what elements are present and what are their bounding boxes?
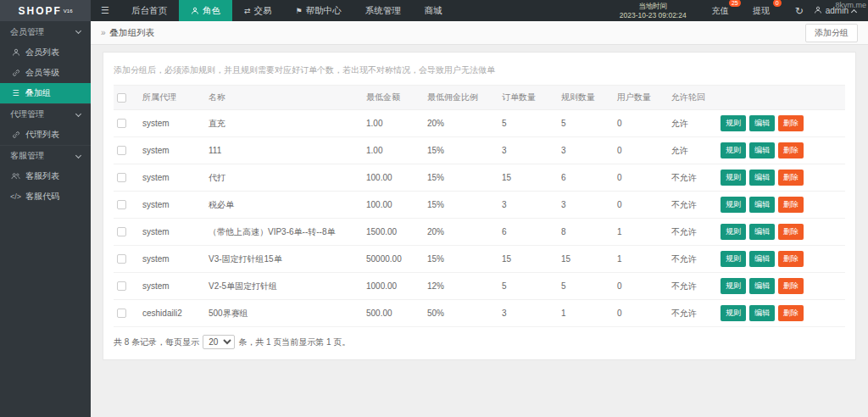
users-cell: 0 (614, 192, 668, 219)
recharge-button[interactable]: 充值25 (712, 5, 729, 17)
edit-button[interactable]: 编辑 (749, 278, 775, 294)
column-header: 最低佣金比例 (424, 86, 498, 110)
agent-cell: system (139, 219, 205, 246)
actions-cell: 规则编辑删除 (717, 137, 845, 164)
table-row: system（带他上高速）VIP3-6单--转--8单1500.0020%681… (114, 219, 845, 246)
nav-item-2[interactable]: ⇄交易 (232, 0, 284, 21)
sidebar-item[interactable]: </>客服代码 (0, 186, 91, 207)
agent-cell: system (139, 273, 205, 300)
name-cell: V3-固定打针组15单 (205, 246, 363, 273)
sidebar-item[interactable]: 会员等级 (0, 63, 91, 83)
sidebar-section-0[interactable]: 会员管理 (0, 21, 91, 42)
agent-cell: system (139, 192, 205, 219)
rule-button[interactable]: 规则 (721, 305, 746, 321)
rule-button[interactable]: 规则 (721, 115, 746, 131)
sidebar-item[interactable]: 代理列表 (0, 125, 91, 145)
column-header: 名称 (205, 86, 363, 110)
topbar-right: 当地时间 2023-10-23 09:02:24 充值25提现0 ↻ admin (620, 0, 868, 21)
sidebar-section-1[interactable]: 代理管理 (0, 103, 91, 125)
rule-button[interactable]: 规则 (721, 278, 746, 294)
column-header (717, 86, 845, 110)
min-amount-cell: 1.00 (363, 110, 424, 137)
rule-button[interactable]: 规则 (721, 251, 746, 267)
table-row: system代打100.0015%1560不允许规则编辑删除 (114, 164, 845, 192)
sidebar-section-label: 客服管理 (10, 150, 44, 162)
rule-button[interactable]: 规则 (721, 142, 746, 158)
row-checkbox[interactable] (117, 200, 126, 209)
orders-cell: 15 (498, 246, 558, 273)
rule-button[interactable]: 规则 (721, 224, 746, 240)
row-checkbox[interactable] (117, 119, 126, 128)
edit-button[interactable]: 编辑 (749, 197, 775, 213)
row-checkbox[interactable] (117, 309, 126, 318)
actions-cell: 规则编辑删除 (717, 246, 845, 273)
sidebar-item-label: 代理列表 (25, 129, 59, 141)
row-checkbox[interactable] (117, 227, 126, 236)
row-checkbox[interactable] (117, 146, 126, 155)
edit-button[interactable]: 编辑 (749, 142, 775, 158)
hamburger-icon[interactable]: ☰ (91, 0, 120, 21)
sidebar-section-2[interactable]: 客服管理 (0, 145, 91, 166)
sidebar-item-label: 客服代码 (25, 191, 59, 203)
sidebar: 会员管理会员列表会员等级☰叠加组代理管理代理列表客服管理客服列表</>客服代码 (0, 21, 91, 417)
withdraw-button[interactable]: 提现0 (753, 5, 770, 17)
nav-item-3[interactable]: ⚑帮助中心 (284, 0, 353, 21)
nav-item-0[interactable]: 后台首页 (120, 0, 179, 21)
row-checkbox[interactable] (117, 281, 126, 291)
delete-button[interactable]: 删除 (778, 142, 804, 158)
page-size-select[interactable]: 20 (203, 335, 235, 349)
row-checkbox[interactable] (117, 173, 126, 182)
table-body: system直充1.0020%550允许规则编辑删除system1111.001… (114, 110, 845, 327)
users-icon (11, 172, 20, 181)
row-checkbox[interactable] (117, 254, 126, 264)
orders-cell: 6 (498, 219, 558, 246)
nav-item-5[interactable]: 商城 (413, 0, 454, 21)
app-logo: SHOPFV16 (0, 0, 91, 21)
delete-button[interactable]: 删除 (778, 305, 804, 321)
edit-button[interactable]: 编辑 (749, 251, 775, 267)
min-amount-cell: 1000.00 (363, 273, 424, 300)
edit-button[interactable]: 编辑 (749, 224, 775, 240)
add-group-button[interactable]: 添加分组 (805, 24, 858, 42)
select-all-checkbox[interactable] (117, 93, 126, 103)
column-header: 订单数量 (498, 86, 558, 110)
table-row: system1111.0015%330允许规则编辑删除 (114, 137, 845, 164)
delete-button[interactable]: 删除 (778, 170, 804, 186)
nav-item-label: 商城 (425, 5, 442, 17)
rule-button[interactable]: 规则 (721, 170, 746, 186)
ratio-cell: 15% (424, 164, 498, 192)
refresh-icon[interactable]: ↻ (795, 5, 804, 17)
edit-button[interactable]: 编辑 (749, 115, 775, 131)
agent-cell: ceshidaili2 (139, 300, 205, 327)
ratio-cell: 15% (424, 192, 498, 219)
delete-button[interactable]: 删除 (778, 115, 804, 131)
nav-item-4[interactable]: 系统管理 (353, 0, 413, 21)
allow-cell: 不允许 (668, 164, 717, 192)
column-header: 所属代理 (139, 86, 205, 110)
ratio-cell: 15% (424, 246, 498, 273)
sidebar-item[interactable]: ☰叠加组 (0, 83, 91, 103)
delete-button[interactable]: 删除 (778, 278, 804, 294)
rules-cell: 1 (558, 300, 614, 327)
sidebar-item[interactable]: 客服列表 (0, 166, 91, 186)
sidebar-item[interactable]: 会员列表 (0, 42, 91, 63)
table-row: systemV2-5单固定打针组1000.0012%550不允许规则编辑删除 (114, 273, 845, 300)
delete-button[interactable]: 删除 (778, 197, 804, 213)
groups-table: 所属代理名称最低金额最低佣金比例订单数量规则数量用户数量允许轮回 system直… (114, 85, 845, 327)
rules-cell: 5 (558, 110, 614, 137)
sidebar-item-label: 会员等级 (25, 67, 59, 79)
sidebar-section-label: 代理管理 (10, 108, 44, 120)
users-cell: 0 (614, 137, 668, 164)
delete-button[interactable]: 删除 (778, 224, 804, 240)
allow-cell: 不允许 (668, 246, 717, 273)
nav-item-1[interactable]: 角色 (179, 0, 232, 21)
delete-button[interactable]: 删除 (778, 251, 804, 267)
agent-cell: system (139, 110, 205, 137)
watermark: 8kym.me (835, 1, 866, 9)
edit-button[interactable]: 编辑 (749, 305, 775, 321)
rule-button[interactable]: 规则 (721, 197, 746, 213)
chevron-down-icon (75, 152, 81, 158)
edit-button[interactable]: 编辑 (749, 170, 775, 186)
chevron-down-icon (75, 28, 81, 34)
allow-cell: 允许 (668, 110, 717, 137)
